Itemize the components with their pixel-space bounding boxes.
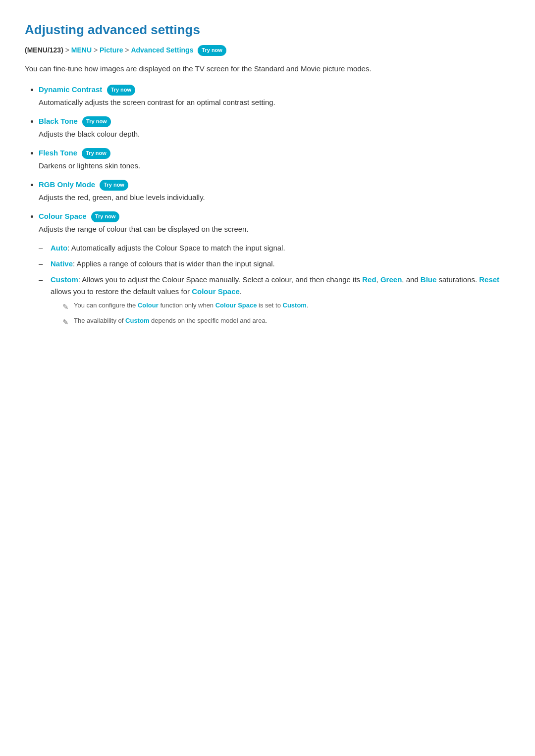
- custom-period: .: [240, 287, 242, 296]
- intro-text: You can fine-tune how images are display…: [25, 63, 510, 75]
- colour-space-try-now[interactable]: Try now: [91, 211, 120, 222]
- custom-comma1: ,: [376, 275, 380, 284]
- breadcrumb-arrow1: >: [65, 46, 71, 54]
- breadcrumb-picture: Picture: [100, 46, 123, 54]
- flesh-tone-try-now[interactable]: Try now: [82, 148, 110, 159]
- sub-item-auto: Auto: Automatically adjusts the Colour S…: [39, 242, 510, 254]
- main-list: Dynamic Contrast Try now Automatically a…: [25, 84, 510, 328]
- list-item-black-tone: Black Tone Try now Adjusts the black col…: [39, 115, 510, 140]
- colour-space-sub-list: Auto: Automatically adjusts the Colour S…: [39, 242, 510, 328]
- sub-item-native: Native: Applies a range of colours that …: [39, 258, 510, 270]
- list-item-dynamic-contrast: Dynamic Contrast Try now Automatically a…: [39, 84, 510, 108]
- native-text: : Applies a range of colours that is wid…: [73, 259, 275, 268]
- breadcrumb-advanced-settings: Advanced Settings: [131, 46, 193, 54]
- breadcrumb-menu: MENU: [71, 46, 92, 54]
- rgb-only-mode-desc: Adjusts the red, green, and blue levels …: [39, 192, 510, 203]
- note-colour-function: ✎ You can configure the Colour function …: [62, 301, 510, 313]
- list-item-colour-space: Colour Space Try now Adjusts the range o…: [39, 210, 510, 328]
- breadcrumb-arrow2: >: [94, 46, 100, 54]
- breadcrumb-part1: (MENU/123): [25, 46, 63, 54]
- flesh-tone-desc: Darkens or lightens skin tones.: [39, 160, 510, 172]
- list-item-flesh-tone: Flesh Tone Try now Darkens or lightens s…: [39, 147, 510, 172]
- black-tone-try-now[interactable]: Try now: [82, 116, 111, 127]
- custom-and: , and: [402, 275, 421, 284]
- note-colour-function-text: You can configure the Colour function on…: [74, 301, 309, 311]
- list-item-rgb-only-mode: RGB Only Mode Try now Adjusts the red, g…: [39, 179, 510, 203]
- black-tone-desc: Adjusts the black colour depth.: [39, 128, 510, 140]
- dynamic-contrast-desc: Automatically adjusts the screen contras…: [39, 97, 510, 108]
- auto-text: : Automatically adjusts the Colour Space…: [67, 244, 285, 252]
- native-term: Native: [51, 259, 73, 268]
- auto-term: Auto: [51, 244, 67, 252]
- black-tone-title: Black Tone: [39, 117, 78, 125]
- custom-blue: Blue: [421, 275, 437, 284]
- breadcrumb-try-now-badge[interactable]: Try now: [198, 45, 226, 56]
- custom-reset: Reset: [479, 275, 499, 284]
- breadcrumb-arrow3: >: [125, 46, 131, 54]
- note-custom-availability-text: The availability of Custom depends on th…: [74, 316, 267, 326]
- custom-restore-text: allows you to restore the default values…: [51, 287, 192, 296]
- custom-saturations: saturations.: [436, 275, 479, 284]
- custom-text: : Allows you to adjust the Colour Space …: [78, 275, 362, 284]
- sub-item-custom: Custom: Allows you to adjust the Colour …: [39, 274, 510, 328]
- pencil-icon-1: ✎: [62, 301, 69, 313]
- custom-red: Red: [362, 275, 376, 284]
- custom-term: Custom: [51, 275, 78, 284]
- colour-space-desc: Adjusts the range of colour that can be …: [39, 223, 510, 235]
- flesh-tone-title: Flesh Tone: [39, 149, 77, 157]
- custom-colour-space-link: Colour Space: [192, 287, 240, 296]
- note-custom-availability: ✎ The availability of Custom depends on …: [62, 316, 510, 328]
- pencil-icon-2: ✎: [62, 316, 69, 328]
- colour-space-title: Colour Space: [39, 212, 87, 220]
- dynamic-contrast-title: Dynamic Contrast: [39, 85, 102, 94]
- custom-green: Green: [380, 275, 402, 284]
- dynamic-contrast-try-now[interactable]: Try now: [107, 85, 136, 96]
- breadcrumb: (MENU/123) > MENU > Picture > Advanced S…: [25, 45, 510, 56]
- page-title: Adjusting advanced settings: [25, 20, 510, 41]
- rgb-only-mode-try-now[interactable]: Try now: [100, 180, 128, 191]
- rgb-only-mode-title: RGB Only Mode: [39, 180, 95, 189]
